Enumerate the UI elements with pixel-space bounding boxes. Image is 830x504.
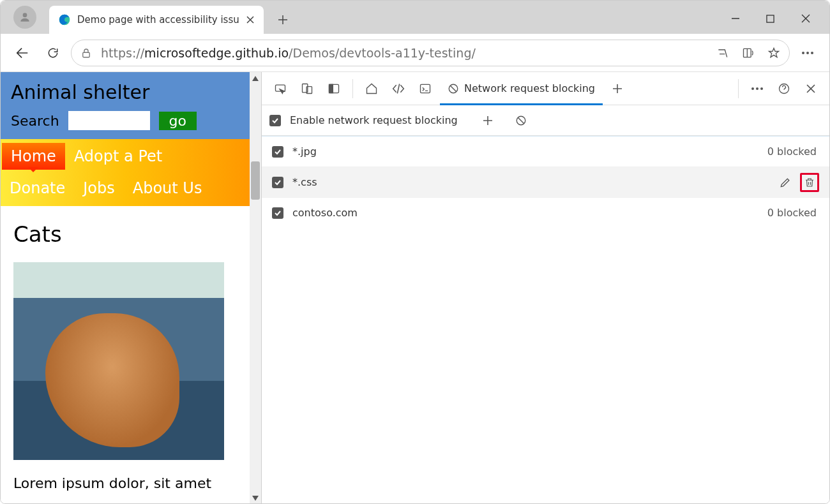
scroll-down-icon[interactable]: [250, 492, 261, 504]
tab-title: Demo page with accessibility issu: [77, 14, 239, 26]
devtools-menu-button[interactable]: [745, 77, 769, 101]
pattern-checkbox[interactable]: [272, 146, 283, 158]
minimize-button[interactable]: [718, 7, 753, 30]
blocked-count: 0 blocked: [767, 207, 819, 219]
block-pattern-row[interactable]: *.jpg 0 blocked: [262, 136, 829, 167]
nav-jobs[interactable]: Jobs: [74, 175, 124, 202]
address-bar[interactable]: https://microsoftedge.github.io/Demos/de…: [71, 40, 790, 66]
block-pattern-list: *.jpg 0 blocked *.css contoso.com: [262, 136, 829, 228]
svg-rect-13: [421, 84, 430, 93]
tab-close-button[interactable]: [245, 14, 256, 26]
close-window-button[interactable]: [788, 7, 823, 30]
devtools-help-button[interactable]: [772, 77, 796, 101]
remove-all-patterns-button[interactable]: [509, 108, 533, 133]
add-pattern-button[interactable]: [476, 108, 500, 133]
search-input[interactable]: [68, 111, 150, 130]
device-toggle-button[interactable]: [295, 77, 319, 101]
enable-blocking-checkbox[interactable]: [269, 115, 281, 126]
pattern-text: contoso.com: [292, 207, 758, 219]
edit-pattern-button[interactable]: [776, 173, 795, 192]
panel-toggle-button[interactable]: [322, 77, 346, 101]
url-host: microsoftedge.github.io: [144, 46, 289, 60]
pattern-checkbox[interactable]: [272, 207, 283, 219]
svg-rect-12: [329, 84, 333, 93]
svg-rect-2: [767, 15, 774, 22]
svg-point-6: [806, 52, 809, 54]
svg-point-17: [760, 87, 763, 90]
delete-pattern-button[interactable]: [800, 173, 819, 192]
tab-console[interactable]: [413, 77, 437, 101]
titlebar: Demo page with accessibility issu: [1, 1, 829, 34]
nav-adopt[interactable]: Adopt a Pet: [65, 143, 171, 170]
edge-favicon: [58, 13, 71, 26]
url-text: https://microsoftedge.github.io/Demos/de…: [101, 46, 707, 60]
tab-welcome[interactable]: [359, 77, 384, 101]
pattern-checkbox[interactable]: [272, 177, 283, 188]
refresh-button[interactable]: [40, 40, 66, 66]
site-title: Animal shelter: [11, 81, 239, 103]
devtools-panel: Network request blocking Enable network …: [261, 72, 829, 504]
lock-icon: [80, 47, 92, 59]
pattern-text: *.jpg: [292, 145, 758, 158]
browser-tab[interactable]: Demo page with accessibility issu: [49, 6, 264, 34]
search-go-button[interactable]: go: [159, 112, 197, 130]
pattern-text: *.css: [292, 176, 767, 188]
block-pattern-row[interactable]: contoso.com 0 blocked: [262, 197, 829, 228]
svg-point-7: [811, 52, 813, 54]
svg-rect-3: [83, 52, 90, 57]
search-label: Search: [11, 113, 59, 129]
svg-point-0: [23, 13, 27, 17]
enable-blocking-label: Enable network request blocking: [290, 114, 458, 126]
devtools-close-button[interactable]: [799, 77, 823, 101]
blocking-toolbar: Enable network request blocking: [262, 105, 829, 136]
browser-toolbar: https://microsoftedge.github.io/Demos/de…: [1, 34, 829, 72]
svg-point-15: [751, 87, 754, 90]
page-scrollbar[interactable]: [250, 72, 261, 504]
nav-home[interactable]: Home: [2, 143, 65, 170]
nav-about[interactable]: About Us: [124, 175, 211, 202]
svg-point-16: [756, 87, 758, 90]
main-nav: Home Adopt a Pet Donate Jobs About Us: [1, 139, 250, 206]
tab-label: Network request blocking: [464, 82, 595, 94]
lorem-text: Lorem ipsum dolor, sit amet: [13, 475, 237, 491]
page-header: Animal shelter Search go: [1, 72, 250, 139]
immersive-reader-button[interactable]: [742, 47, 755, 59]
window-controls: [718, 7, 829, 30]
block-pattern-row[interactable]: *.css: [262, 167, 829, 197]
devtools-tabbar: Network request blocking: [262, 72, 829, 105]
url-path: /Demos/devtools-a11y-testing/: [289, 46, 476, 60]
read-aloud-button[interactable]: [716, 47, 729, 59]
more-tabs-button[interactable]: [605, 77, 630, 101]
favorite-button[interactable]: [767, 47, 780, 59]
scroll-thumb[interactable]: [251, 161, 260, 200]
settings-menu-button[interactable]: [795, 40, 820, 66]
blocked-count: 0 blocked: [767, 145, 819, 158]
nav-donate[interactable]: Donate: [1, 175, 74, 202]
profile-avatar[interactable]: [13, 6, 36, 29]
tab-elements[interactable]: [386, 77, 411, 101]
scroll-up-icon[interactable]: [250, 72, 261, 85]
page-content: Animal shelter Search go Home Adopt a Pe…: [1, 72, 261, 504]
inspect-element-button[interactable]: [268, 77, 292, 101]
cat-photo: [13, 262, 224, 460]
back-button[interactable]: [10, 40, 35, 66]
maximize-button[interactable]: [753, 7, 788, 30]
page-heading: Cats: [13, 221, 237, 247]
new-tab-button[interactable]: [270, 7, 296, 33]
url-scheme: https://: [101, 46, 144, 60]
tab-network-request-blocking[interactable]: Network request blocking: [440, 72, 603, 105]
svg-point-5: [802, 52, 804, 54]
